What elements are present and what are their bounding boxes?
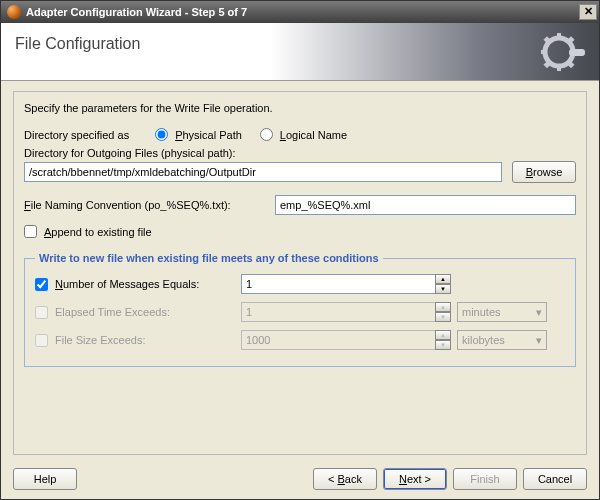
append-checkbox[interactable]: Append to existing file bbox=[24, 225, 152, 238]
naming-convention-input[interactable] bbox=[275, 195, 576, 215]
finish-button: Finish bbox=[453, 468, 517, 490]
help-button[interactable]: Help bbox=[13, 468, 77, 490]
dir-specified-as-label: Directory specified as bbox=[24, 129, 129, 141]
file-size-label: File Size Exceeds: bbox=[55, 334, 145, 346]
gear-icon bbox=[539, 29, 585, 75]
file-size-checkbox-input bbox=[35, 334, 48, 347]
elapsed-time-checkbox[interactable]: Elapsed Time Exceeds: bbox=[35, 306, 235, 319]
num-messages-label: Number of Messages Equals: bbox=[55, 278, 199, 290]
svg-point-0 bbox=[545, 38, 573, 66]
spinner-down-icon: ▼ bbox=[435, 340, 451, 350]
file-size-unit-value: kilobytes bbox=[462, 334, 505, 346]
physical-path-radio-input[interactable] bbox=[155, 128, 168, 141]
wizard-header: File Configuration bbox=[1, 23, 599, 81]
conditions-group: Write to new file when existing file mee… bbox=[24, 252, 576, 367]
titlebar: Adapter Configuration Wizard - Step 5 of… bbox=[1, 1, 599, 23]
physical-path-radio[interactable]: Physical Path bbox=[155, 128, 242, 141]
cancel-button[interactable]: Cancel bbox=[523, 468, 587, 490]
logical-name-radio-input[interactable] bbox=[260, 128, 273, 141]
append-checkbox-input[interactable] bbox=[24, 225, 37, 238]
spinner-up-icon: ▲ bbox=[435, 330, 451, 340]
page-title: File Configuration bbox=[15, 35, 585, 53]
naming-conv-label: File Naming Convention (po_%SEQ%.txt): bbox=[24, 199, 259, 211]
elapsed-time-spinner: ▲ ▼ bbox=[241, 302, 451, 322]
back-button[interactable]: < Back bbox=[313, 468, 377, 490]
app-icon bbox=[7, 5, 21, 19]
svg-rect-2 bbox=[557, 65, 561, 71]
dir-label: Directory for Outgoing Files (physical p… bbox=[24, 147, 236, 159]
file-size-spinner: ▲ ▼ bbox=[241, 330, 451, 350]
elapsed-time-label: Elapsed Time Exceeds: bbox=[55, 306, 170, 318]
append-checkbox-label: Append to existing file bbox=[44, 226, 152, 238]
chevron-down-icon: ▾ bbox=[536, 306, 542, 319]
file-size-checkbox[interactable]: File Size Exceeds: bbox=[35, 334, 235, 347]
logical-name-radio[interactable]: Logical Name bbox=[260, 128, 347, 141]
wizard-footer: Help < Back Next > Finish Cancel bbox=[1, 461, 599, 497]
elapsed-time-input bbox=[241, 302, 435, 322]
spinner-down-icon[interactable]: ▼ bbox=[435, 284, 451, 294]
svg-rect-9 bbox=[569, 49, 585, 56]
outgoing-dir-input[interactable] bbox=[24, 162, 502, 182]
next-button[interactable]: Next > bbox=[383, 468, 447, 490]
file-size-unit-select: kilobytes ▾ bbox=[457, 330, 547, 350]
num-messages-checkbox[interactable]: Number of Messages Equals: bbox=[35, 278, 235, 291]
num-messages-input[interactable] bbox=[241, 274, 435, 294]
chevron-down-icon: ▾ bbox=[536, 334, 542, 347]
conditions-legend: Write to new file when existing file mee… bbox=[35, 252, 383, 264]
num-messages-checkbox-input[interactable] bbox=[35, 278, 48, 291]
svg-rect-3 bbox=[541, 50, 547, 54]
window-title: Adapter Configuration Wizard - Step 5 of… bbox=[26, 6, 579, 18]
intro-text: Specify the parameters for the Write Fil… bbox=[24, 102, 576, 114]
close-icon[interactable]: ✕ bbox=[579, 4, 597, 20]
form-panel: Specify the parameters for the Write Fil… bbox=[13, 91, 587, 455]
browse-button[interactable]: Browse bbox=[512, 161, 576, 183]
elapsed-time-checkbox-input bbox=[35, 306, 48, 319]
spinner-up-icon[interactable]: ▲ bbox=[435, 274, 451, 284]
spinner-up-icon: ▲ bbox=[435, 302, 451, 312]
spinner-down-icon: ▼ bbox=[435, 312, 451, 322]
file-size-input bbox=[241, 330, 435, 350]
elapsed-time-unit-value: minutes bbox=[462, 306, 501, 318]
svg-rect-1 bbox=[557, 33, 561, 39]
physical-path-radio-label: Physical Path bbox=[175, 129, 242, 141]
num-messages-spinner[interactable]: ▲ ▼ bbox=[241, 274, 451, 294]
content-area: Specify the parameters for the Write Fil… bbox=[1, 81, 599, 461]
elapsed-time-unit-select: minutes ▾ bbox=[457, 302, 547, 322]
logical-name-radio-label: Logical Name bbox=[280, 129, 347, 141]
